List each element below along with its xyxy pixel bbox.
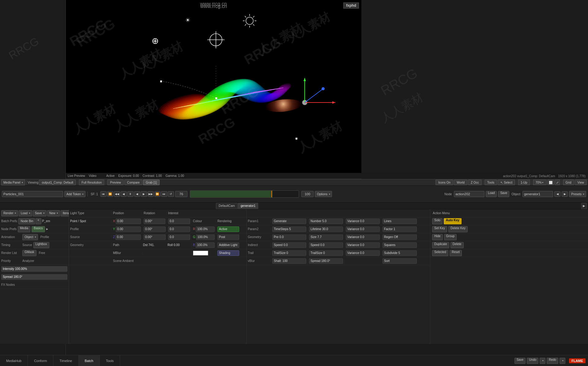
geometry-pre-value[interactable]: Pre 0.0 [272,234,306,240]
indirect-variance-value[interactable]: Variance 0.0 [346,242,380,248]
grab-btn[interactable]: Grab [1] [143,180,160,185]
spread-value[interactable]: Spread 180.0° [1,274,67,280]
node-name-input[interactable] [2,191,63,197]
preview-btn[interactable]: Preview [107,180,124,185]
layout-btn[interactable]: 1-Up [518,180,530,185]
presets-btn[interactable]: Presets ▼ [569,191,586,197]
param2-variance-value[interactable]: Variance 0.0 [346,226,380,232]
additive-light-value[interactable]: Additive Light [217,242,239,248]
world-btn[interactable]: World [454,180,467,185]
undo-btn[interactable]: Undo [527,358,538,364]
grid-btn[interactable]: Grid [563,180,574,185]
full-resolution-btn[interactable]: Full Resolution [79,180,104,185]
step-fwd-btn[interactable]: ⏩ [154,191,160,197]
media-panel-dropdown[interactable]: Media Panel ▼ [1,179,25,185]
y-rot-value[interactable]: 0.00° [144,226,166,232]
zoom-btn[interactable]: 70% ▼ [533,180,547,185]
output-selector[interactable]: output1_Comp: Default [39,180,76,185]
options-btn[interactable]: Options ▼ [315,191,332,197]
load-btn[interactable]: Load [486,191,497,197]
z-pos-value[interactable]: 0.00 [115,234,141,240]
tab-batch[interactable]: Batch [79,355,100,366]
play-end-btn[interactable]: ⏭ [161,191,167,197]
object-value-input[interactable] [522,191,553,197]
prev-object-btn[interactable]: ◀ [554,191,560,197]
save-btn[interactable]: Save [498,191,509,197]
tab-expand-right[interactable]: ▶ [581,203,587,209]
play-rev-btn[interactable]: ◀ [134,191,140,197]
tab-timeline[interactable]: Timeline [53,355,78,366]
load-dropdown[interactable]: Load ▼ [19,210,32,216]
solo-btn[interactable]: Solo [432,218,443,224]
tab-conform[interactable]: Conform [28,355,53,366]
save-bottom-btn[interactable]: Save [514,358,526,364]
param1-generate-value[interactable]: Generate [272,218,306,224]
auto-key-btn[interactable]: Auto Key [444,218,462,224]
z-rot-value[interactable]: 0.00° [144,234,166,240]
color-swatch[interactable] [193,251,208,256]
post-value[interactable]: Post [217,234,239,240]
new-dropdown[interactable]: New ▼ [47,210,60,216]
timeline-track[interactable] [190,190,299,198]
z-occ-btn[interactable]: Z Occ [468,180,482,185]
reset-btn[interactable]: Reset [450,250,462,256]
delete-key-btn[interactable]: Delete Key [448,226,468,232]
r-val[interactable]: 100.0% [196,226,215,232]
z-int-value[interactable]: 0.0 [168,234,190,240]
render-dropdown[interactable]: Render ▼ [1,210,18,216]
delete-btn[interactable]: Delete [450,242,464,248]
intensity-value[interactable]: Intensity 100.00% [1,266,67,272]
step-back-btn[interactable]: ⏪ [107,191,113,197]
x-rot-value[interactable]: 0.00° [144,218,165,224]
param2-factor1-value[interactable]: Factor 1 [383,226,417,232]
b-val[interactable]: 100.0% [196,242,215,248]
view-btn[interactable]: View [575,180,587,185]
gmask-btn[interactable]: GMask [22,250,36,256]
geometry-size-value[interactable]: Size 7.7 [309,234,343,240]
media-btn[interactable]: Media [18,226,30,232]
redo-btn[interactable]: Redo [547,358,558,364]
param2-timesteps-value[interactable]: TimeSteps 5 [272,226,306,232]
active-rendering-value[interactable]: Active [217,226,239,232]
play-fwd-btn[interactable]: ▶ [141,191,147,197]
indirect-speed-value[interactable]: Speed 0.0 [272,242,306,248]
basics-btn[interactable]: Basics [32,226,45,232]
set-key-btn[interactable]: Set Key [432,226,447,232]
save-dropdown[interactable]: Save ▼ [33,210,47,216]
geometry-variance-value[interactable]: Variance 0.0 [346,234,380,240]
geometry-regen-value[interactable]: Regen Off [383,234,417,240]
vblur-spread-value[interactable]: Spread 180.0° [309,258,343,264]
group-btn[interactable]: Group [444,234,457,240]
arrow-btn[interactable]: < [36,218,42,224]
indirect-speed2-value[interactable]: Speed 0.0 [309,242,343,248]
object-dropdown[interactable]: Object ▼ [22,234,38,240]
indirect-squares-value[interactable]: Squares [383,242,417,248]
param1-number-value[interactable]: Number 5.0 [309,218,343,224]
add-token-btn[interactable]: Add Token ▼ [64,191,85,197]
trail-size2-value[interactable]: TrailSize 0 [309,250,343,256]
play-start-btn[interactable]: ⏮ [100,191,107,197]
duplicate-btn[interactable]: Duplicate [432,242,449,248]
vblur-sort-value[interactable]: Sort [383,258,417,264]
g-val[interactable]: 100.0% [196,234,215,240]
trail-variance-value[interactable]: Variance 0.0 [346,250,380,256]
next-frame-btn[interactable]: ▶▶ [148,191,154,197]
node-value-input[interactable] [454,191,484,197]
compare-btn[interactable]: Compare [124,180,142,185]
param1-lines-value[interactable]: Lines [383,218,417,224]
prev-single-btn[interactable]: ◀ [121,191,127,197]
param1-variance-value[interactable]: Variance 0.0 [346,218,380,224]
hide-btn[interactable]: Hide [432,234,443,240]
tab-defaultcam[interactable]: DefaultCam [216,203,238,209]
tools-btn[interactable]: Tools [484,180,497,185]
prev-frame-btn[interactable]: ◀◀ [114,191,120,197]
node-bin-dropdown[interactable]: Node Bin [18,218,35,224]
stop-btn[interactable]: ⏸ [127,191,134,197]
y-int-value[interactable]: 0.0 [168,226,190,232]
trail-subdivide-value[interactable]: Subdivide 5 [383,250,417,256]
tab-tools[interactable]: Tools [100,355,120,366]
zoom-actual-btn[interactable]: ⤢ [555,180,560,185]
undo-dropdown[interactable]: ▼ [540,358,545,364]
trail-size-value[interactable]: TrailSize 0 [272,250,306,256]
icons-on-btn[interactable]: Icons On [435,180,453,185]
